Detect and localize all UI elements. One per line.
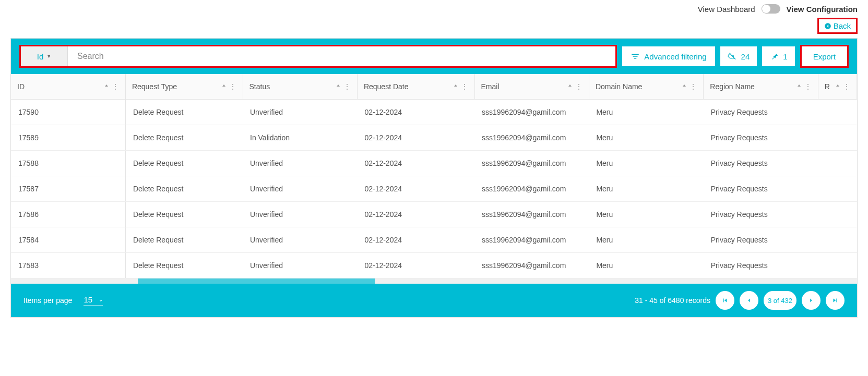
column-header-label: Domain Name — [596, 82, 642, 91]
view-configuration-label: View Configuration — [787, 5, 858, 14]
export-button[interactable]: Export — [802, 46, 847, 66]
sort-asc-icon[interactable] — [335, 83, 341, 90]
table-cell: 17583 — [11, 253, 125, 278]
table-scroll[interactable]: ID ⋮ Request Type ⋮ Status ⋮ Request Dat… — [11, 74, 857, 284]
column-menu-icon[interactable]: ⋮ — [343, 83, 351, 90]
table-cell: Privacy Requests — [704, 227, 818, 253]
column-header-label: Request Type — [132, 82, 177, 91]
prev-page-button[interactable] — [740, 291, 758, 310]
table-cell: Delete Request — [125, 151, 243, 176]
column-menu-icon[interactable]: ⋮ — [112, 83, 119, 90]
export-button-label: Export — [813, 52, 836, 61]
sort-asc-icon[interactable] — [796, 83, 802, 90]
pinned-columns-count: 1 — [783, 52, 787, 61]
back-circle-icon — [824, 22, 831, 30]
column-menu-icon[interactable]: ⋮ — [689, 83, 697, 90]
toolbar: Id ▼ Advanced filtering 24 1 Export — [11, 39, 857, 74]
column-header[interactable]: Status ⋮ — [243, 74, 357, 100]
horizontal-scrollbar[interactable] — [11, 278, 857, 284]
sort-asc-icon[interactable] — [681, 83, 687, 90]
table-cell: In Validation — [243, 125, 357, 151]
column-header[interactable]: Domain Name ⋮ — [589, 74, 703, 100]
next-page-button[interactable] — [802, 291, 821, 310]
column-header[interactable]: Email ⋮ — [474, 74, 589, 100]
dashboard-toggle[interactable] — [762, 4, 780, 14]
table-cell: 17587 — [11, 176, 125, 202]
table-cell: Privacy Requests — [704, 202, 818, 227]
column-menu-icon[interactable]: ⋮ — [843, 83, 850, 90]
toggle-knob — [762, 5, 770, 13]
table-row[interactable]: 17588Delete RequestUnverified02-12-2024s… — [11, 151, 857, 176]
table-cell: Unverified — [243, 100, 357, 125]
last-page-button[interactable] — [826, 291, 845, 310]
first-page-button[interactable] — [716, 291, 734, 310]
back-button-label: Back — [834, 21, 851, 30]
table-cell: 02-12-2024 — [357, 125, 474, 151]
table-cell — [818, 253, 857, 278]
pinned-columns-button[interactable]: 1 — [762, 46, 794, 66]
back-button[interactable]: Back — [817, 18, 858, 34]
last-page-icon — [831, 297, 839, 304]
advanced-filtering-button[interactable]: Advanced filtering — [622, 46, 715, 66]
search-field-label: Id — [37, 52, 44, 61]
table-cell: 02-12-2024 — [357, 253, 474, 278]
table-cell — [818, 151, 857, 176]
table-cell: Meru — [589, 202, 703, 227]
table-cell: 17589 — [11, 125, 125, 151]
table-cell: Meru — [589, 227, 703, 253]
table-row[interactable]: 17587Delete RequestUnverified02-12-2024s… — [11, 176, 857, 202]
table-cell: 02-12-2024 — [357, 100, 474, 125]
column-menu-icon[interactable]: ⋮ — [804, 83, 812, 90]
table-row[interactable]: 17583Delete RequestUnverified02-12-2024s… — [11, 253, 857, 278]
table-row[interactable]: 17584Delete RequestUnverified02-12-2024s… — [11, 227, 857, 253]
column-header-label: Request Date — [364, 82, 409, 91]
sort-asc-icon[interactable] — [453, 83, 459, 90]
pin-icon — [769, 52, 779, 61]
search-field-dropdown[interactable]: Id ▼ — [21, 46, 68, 66]
table-cell: Meru — [589, 100, 703, 125]
hidden-columns-count: 24 — [741, 52, 750, 61]
table-cell: Privacy Requests — [704, 100, 818, 125]
table-cell: sss19962094@gamil.com — [474, 202, 589, 227]
table-cell: Privacy Requests — [704, 125, 818, 151]
table-cell: Delete Request — [125, 227, 243, 253]
eye-off-icon — [728, 52, 737, 61]
sort-asc-icon[interactable] — [567, 83, 573, 90]
table-row[interactable]: 17590Delete RequestUnverified02-12-2024s… — [11, 100, 857, 125]
table-cell — [818, 202, 857, 227]
horizontal-scrollbar-thumb[interactable] — [138, 278, 375, 284]
column-header[interactable]: Region Name ⋮ — [704, 74, 818, 100]
column-header[interactable]: Request Date ⋮ — [357, 74, 474, 100]
table-row[interactable]: 17589Delete RequestIn Validation02-12-20… — [11, 125, 857, 151]
table-cell — [818, 100, 857, 125]
hidden-columns-button[interactable]: 24 — [720, 46, 757, 66]
table-cell: 17586 — [11, 202, 125, 227]
filter-icon — [631, 52, 640, 61]
sort-asc-icon[interactable] — [103, 83, 110, 90]
table-cell: sss19962094@gamil.com — [474, 100, 589, 125]
first-page-icon — [721, 297, 729, 304]
table-cell: 02-12-2024 — [357, 151, 474, 176]
table-cell: Privacy Requests — [704, 151, 818, 176]
table-cell: Delete Request — [125, 176, 243, 202]
table-cell: Delete Request — [125, 100, 243, 125]
column-menu-icon[interactable]: ⋮ — [461, 83, 468, 90]
sort-asc-icon[interactable] — [221, 83, 227, 90]
items-per-page-select[interactable]: 15 ⌄ — [84, 295, 103, 306]
column-header[interactable]: R ⋮ — [818, 74, 857, 100]
column-header[interactable]: ID ⋮ — [11, 74, 125, 100]
table-cell: Delete Request — [125, 125, 243, 151]
page-of-text: 3 of 432 — [764, 291, 796, 310]
column-header[interactable]: Request Type ⋮ — [125, 74, 243, 100]
search-input[interactable] — [68, 46, 615, 66]
table-cell: 02-12-2024 — [357, 176, 474, 202]
sort-asc-icon[interactable] — [835, 83, 841, 90]
table-row[interactable]: 17586Delete RequestUnverified02-12-2024s… — [11, 202, 857, 227]
column-header-label: R — [825, 82, 830, 91]
column-menu-icon[interactable]: ⋮ — [229, 83, 236, 90]
records-range-text: 31 - 45 of 6480 records — [635, 296, 710, 305]
column-menu-icon[interactable]: ⋮ — [575, 83, 582, 90]
table-cell: 02-12-2024 — [357, 202, 474, 227]
view-dashboard-label: View Dashboard — [698, 5, 755, 14]
table-cell: sss19962094@gamil.com — [474, 151, 589, 176]
